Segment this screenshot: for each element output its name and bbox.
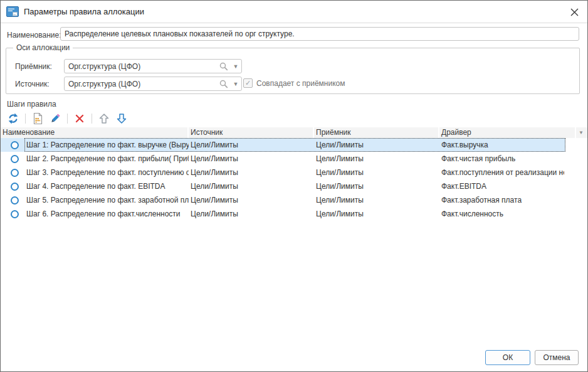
cell-name: Шаг 6. Распределение по факт.численности: [24, 207, 189, 221]
name-input[interactable]: [60, 27, 579, 41]
add-document-icon[interactable]: [29, 111, 46, 126]
title-bar: Параметры правила аллокации: [1, 1, 587, 23]
cell-receiver: Цели/Лимиты: [314, 193, 439, 207]
refresh-icon[interactable]: [4, 111, 22, 126]
steps-table: Наименование Источник Приёмник Драйвер ▼…: [1, 127, 587, 221]
magnifier-icon[interactable]: [219, 79, 229, 89]
cell-receiver: Цели/Лимиты: [314, 152, 439, 166]
toolbar-separator: [92, 114, 92, 124]
cell-source: Цели/Лимиты: [189, 152, 314, 166]
source-combo[interactable]: Орг.структура (ЦФО) ▼: [64, 77, 242, 91]
checkbox-label: Совпадает с приёмником: [256, 79, 345, 88]
cell-driver: Факт.поступления от реализации непр: [439, 166, 564, 179]
cell-source: Цели/Лимиты: [189, 166, 314, 179]
form-window-icon: [6, 6, 19, 17]
chevron-down-icon[interactable]: ▼: [230, 81, 241, 87]
cell-source: Цели/Лимиты: [189, 179, 314, 193]
step-circle-icon: [1, 193, 24, 207]
allocation-axes-group: Оси аллокации Приёмник: Орг.структура (Ц…: [6, 48, 580, 94]
table-header: Наименование Источник Приёмник Драйвер ▼: [1, 127, 587, 138]
column-header-receiver[interactable]: Приёмник: [314, 127, 439, 138]
close-icon[interactable]: [567, 5, 581, 19]
cell-source: Цели/Лимиты: [189, 138, 314, 152]
source-label: Источник:: [15, 80, 50, 88]
cell-receiver: Цели/Лимиты: [314, 207, 439, 221]
cell-receiver: Цели/Лимиты: [314, 138, 439, 152]
steps-section-label: Шаги правила: [7, 100, 56, 109]
move-up-icon[interactable]: [95, 111, 113, 126]
cell-source: Цели/Лимиты: [189, 193, 314, 207]
cell-name: Шаг 2. Распределение по факт. прибыли( П…: [24, 152, 189, 166]
name-field-label: Наименование:: [7, 31, 61, 40]
magnifier-icon[interactable]: [219, 61, 229, 72]
step-circle-icon: [1, 207, 24, 221]
chevron-down-icon[interactable]: ▼: [230, 63, 241, 70]
checkbox-checked-icon: [243, 78, 253, 88]
table-row[interactable]: Шаг 3. Распределение по факт. поступлени…: [1, 166, 565, 179]
table-row[interactable]: Шаг 5. Распределение по факт. заработной…: [1, 193, 565, 207]
column-header-source[interactable]: Источник: [189, 127, 314, 138]
group-title: Оси аллокации: [13, 43, 73, 52]
toolbar-separator: [25, 114, 26, 124]
table-row[interactable]: Шаг 1: Распределение по факт. выручке (В…: [1, 138, 565, 152]
delete-x-icon[interactable]: [71, 111, 88, 126]
allocation-rule-dialog: Параметры правила аллокации Наименование…: [0, 0, 588, 372]
cell-driver: Факт.EBITDA: [439, 179, 564, 193]
ok-button[interactable]: ОК: [485, 350, 530, 365]
dialog-title: Параметры правила аллокации: [24, 7, 144, 16]
cell-name: Шаг 1: Распределение по факт. выручке (В…: [24, 138, 189, 152]
cell-driver: Факт.чистая прибыль: [439, 152, 564, 166]
toolbar-separator: [67, 114, 68, 124]
column-header-driver[interactable]: Драйвер: [439, 127, 576, 138]
step-circle-icon: [1, 138, 24, 152]
step-circle-icon: [1, 179, 24, 193]
same-as-receiver-checkbox[interactable]: Совпадает с приёмником: [243, 78, 345, 88]
cell-name: Шаг 4. Распределение по факт. EBITDA: [24, 179, 189, 193]
receiver-label: Приёмник:: [15, 62, 52, 71]
column-header-name[interactable]: Наименование: [1, 127, 189, 138]
cell-driver: Факт.заработная плата: [439, 193, 564, 207]
column-chooser[interactable]: ▼: [576, 127, 587, 138]
step-circle-icon: [1, 152, 24, 166]
cell-receiver: Цели/Лимиты: [314, 179, 439, 193]
cell-receiver: Цели/Лимиты: [314, 166, 439, 179]
table-row[interactable]: Шаг 4. Распределение по факт. EBITDA Цел…: [1, 179, 565, 193]
source-value: Орг.структура (ЦФО): [68, 80, 219, 88]
cancel-button[interactable]: Отмена: [535, 350, 579, 365]
table-row[interactable]: Шаг 2. Распределение по факт. прибыли( П…: [1, 152, 565, 166]
cell-source: Цели/Лимиты: [189, 207, 314, 221]
cell-name: Шаг 3. Распределение по факт. поступлени…: [24, 166, 189, 179]
receiver-value: Орг.структура (ЦФО): [68, 62, 219, 71]
cell-driver: Факт.численность: [439, 207, 564, 221]
move-down-icon[interactable]: [113, 111, 130, 126]
step-circle-icon: [1, 166, 24, 179]
table-row[interactable]: Шаг 6. Распределение по факт.численности…: [1, 207, 565, 221]
receiver-combo[interactable]: Орг.структура (ЦФО) ▼: [64, 59, 242, 73]
cell-driver: Факт.выручка: [439, 138, 564, 152]
edit-pencil-icon[interactable]: [46, 111, 64, 126]
cell-name: Шаг 5. Распределение по факт. заработной…: [24, 193, 189, 207]
steps-toolbar: [4, 111, 130, 126]
column-chooser-icon: ▼: [579, 127, 584, 138]
